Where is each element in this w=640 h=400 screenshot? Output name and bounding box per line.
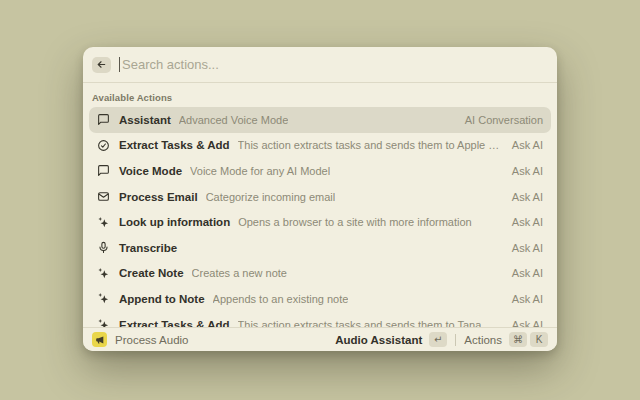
- action-title: Create Note: [119, 267, 184, 279]
- action-row[interactable]: Transcribe Ask AI: [89, 235, 551, 261]
- action-row[interactable]: Extract Tasks & Add This action extracts…: [89, 133, 551, 159]
- action-description: Appends to an existing note: [213, 293, 349, 305]
- action-type-label: Ask AI: [502, 319, 543, 327]
- action-description: Voice Mode for any AI Model: [190, 165, 330, 177]
- action-type-label: Ask AI: [502, 242, 543, 254]
- action-row[interactable]: Append to Note Appends to an existing no…: [89, 286, 551, 312]
- search-bar: Search actions...: [83, 47, 557, 83]
- action-type-label: Ask AI: [502, 216, 543, 228]
- command-palette-window: Search actions... Available Actions Assi…: [83, 47, 557, 351]
- primary-action-button[interactable]: Audio Assistant: [335, 334, 422, 346]
- footer-divider: [455, 334, 456, 346]
- action-title: Assistant: [119, 114, 171, 126]
- action-description: Categorize incoming email: [206, 191, 336, 203]
- action-row[interactable]: Assistant Advanced Voice Mode AI Convers…: [89, 107, 551, 133]
- action-description: Creates a new note: [192, 267, 287, 279]
- actions-menu-button[interactable]: Actions: [464, 334, 502, 346]
- return-keycap: ↵: [429, 332, 447, 347]
- check-circle-icon: [97, 139, 110, 152]
- megaphone-icon: [95, 335, 105, 345]
- footer-bar: Process Audio Audio Assistant ↵ Actions …: [83, 327, 557, 351]
- footer-right: Audio Assistant ↵ Actions ⌘ K: [335, 332, 548, 347]
- search-input[interactable]: Search actions...: [119, 57, 548, 72]
- k-keycap: K: [530, 332, 548, 347]
- back-button[interactable]: [92, 57, 111, 73]
- sparkles-icon: [97, 292, 110, 305]
- microphone-icon: [97, 241, 110, 254]
- action-title: Append to Note: [119, 293, 205, 305]
- action-type-label: Ask AI: [502, 139, 543, 151]
- envelope-icon: [97, 190, 110, 203]
- desktop: { "colors": { "desktop_bg": "#c6c4a1", "…: [0, 0, 640, 400]
- sparkles-icon: [97, 216, 110, 229]
- action-row[interactable]: Extract Tasks & Add This action extracts…: [89, 312, 551, 327]
- action-title: Process Email: [119, 191, 198, 203]
- speech-bubble-icon: [97, 164, 110, 177]
- back-arrow-icon: [96, 59, 107, 70]
- action-type-label: Ask AI: [502, 165, 543, 177]
- action-title: Voice Mode: [119, 165, 182, 177]
- rows-container: Assistant Advanced Voice Mode AI Convers…: [89, 107, 551, 327]
- action-description: This action extracts tasks and sends the…: [238, 319, 482, 327]
- action-description: Advanced Voice Mode: [179, 114, 288, 126]
- search-placeholder: Search actions...: [122, 57, 219, 72]
- action-description: This action extracts tasks and sends the…: [238, 139, 502, 151]
- action-row[interactable]: Look up information Opens a browser to a…: [89, 209, 551, 235]
- action-title: Extract Tasks & Add: [119, 319, 230, 327]
- cmd-keycap: ⌘: [509, 332, 527, 347]
- sparkles-icon: [97, 267, 110, 280]
- action-type-label: Ask AI: [502, 191, 543, 203]
- footer-app-label: Process Audio: [115, 334, 189, 346]
- action-type-label: Ask AI: [502, 267, 543, 279]
- section-label: Available Actions: [89, 83, 551, 107]
- action-description: Opens a browser to a site with more info…: [238, 216, 472, 228]
- app-icon: [92, 332, 107, 347]
- sparkles-icon: [97, 318, 110, 327]
- action-row[interactable]: Process Email Categorize incoming email …: [89, 184, 551, 210]
- action-row[interactable]: Create Note Creates a new note Ask AI: [89, 261, 551, 287]
- action-title: Look up information: [119, 216, 230, 228]
- speech-bubble-icon: [97, 113, 110, 126]
- action-title: Transcribe: [119, 242, 177, 254]
- actions-list: Available Actions Assistant Advanced Voi…: [83, 83, 557, 327]
- action-type-label: AI Conversation: [455, 114, 543, 126]
- action-type-label: Ask AI: [502, 293, 543, 305]
- action-title: Extract Tasks & Add: [119, 139, 230, 151]
- text-caret: [119, 57, 120, 72]
- action-row[interactable]: Voice Mode Voice Mode for any AI Model A…: [89, 158, 551, 184]
